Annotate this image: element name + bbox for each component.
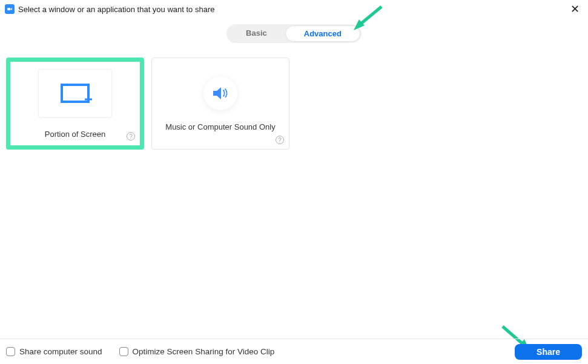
checkbox-icon xyxy=(119,347,128,356)
help-icon[interactable]: ? xyxy=(127,132,135,141)
checkbox-optimize-video[interactable]: Optimize Screen Sharing for Video Clip xyxy=(119,347,275,356)
tabs-container: Basic Advanced xyxy=(0,24,588,43)
window-title: Select a window or an application that y… xyxy=(18,5,567,14)
help-icon[interactable]: ? xyxy=(276,136,284,144)
close-icon[interactable]: ✕ xyxy=(567,2,583,16)
footer-bar: Share computer sound Optimize Screen Sha… xyxy=(0,339,588,364)
checkbox-label: Optimize Screen Sharing for Video Clip xyxy=(133,347,275,356)
tab-basic[interactable]: Basic xyxy=(228,25,285,42)
window-header: Select a window or an application that y… xyxy=(0,0,588,18)
option-icon-container xyxy=(203,76,237,110)
checkbox-label: Share computer sound xyxy=(19,347,102,356)
speaker-icon xyxy=(211,85,230,101)
zoom-logo-icon xyxy=(5,4,15,14)
option-label: Music or Computer Sound Only xyxy=(165,122,275,131)
option-computer-sound[interactable]: Music or Computer Sound Only ? xyxy=(151,58,289,150)
view-tabs: Basic Advanced xyxy=(226,24,362,43)
option-icon-container xyxy=(38,69,112,117)
share-options-grid: Portion of Screen ? Music or Computer So… xyxy=(0,43,588,150)
checkbox-share-sound[interactable]: Share computer sound xyxy=(6,347,102,356)
option-portion-of-screen[interactable]: Portion of Screen ? xyxy=(6,58,144,150)
checkbox-icon xyxy=(6,347,15,356)
svg-rect-0 xyxy=(7,8,10,10)
svg-rect-1 xyxy=(62,85,88,102)
tab-advanced[interactable]: Advanced xyxy=(285,25,360,42)
share-button[interactable]: Share xyxy=(515,344,582,360)
screen-portion-icon xyxy=(58,81,92,105)
option-label: Portion of Screen xyxy=(45,130,105,139)
